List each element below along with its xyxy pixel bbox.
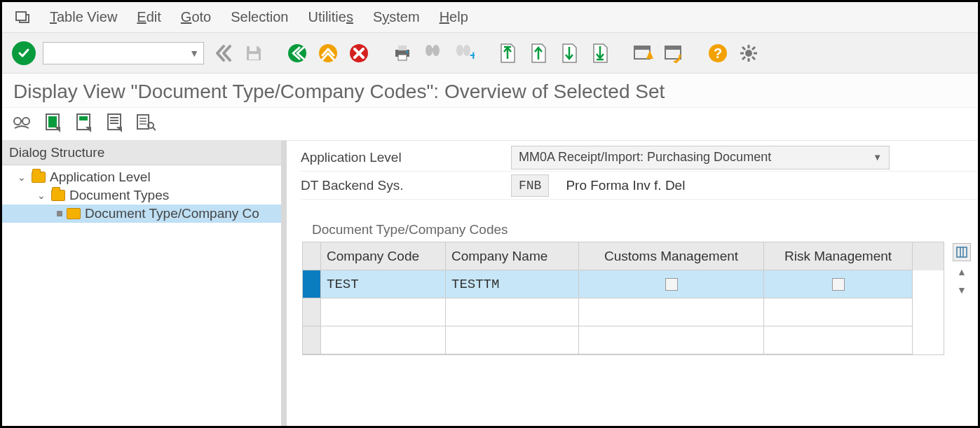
cell-customs-management[interactable] (579, 298, 764, 326)
row-selector[interactable] (303, 326, 321, 354)
menu-bar: Table View Edit Goto Selection Utilities… (2, 2, 978, 33)
svg-rect-2 (249, 54, 259, 60)
col-company-code[interactable]: Company Code (321, 242, 446, 270)
table-row[interactable]: TEST TESTTM (303, 270, 944, 298)
tree-node-doc-type-company-codes[interactable]: Document Type/Company Co (2, 205, 281, 223)
svg-marker-29 (673, 60, 677, 63)
form-row-application-level: Application Level MM0A Receipt/Import: P… (301, 144, 978, 172)
table-view-button[interactable] (135, 112, 156, 133)
cell-company-name[interactable] (446, 326, 579, 354)
row-selector[interactable] (303, 298, 321, 326)
next-page-button[interactable] (557, 41, 581, 65)
svg-point-42 (22, 118, 29, 125)
menu-selection[interactable]: Selection (231, 9, 288, 25)
folder-icon (51, 190, 65, 201)
tree-node-application-level[interactable]: ⌄ Application Level (2, 168, 281, 186)
svg-point-11 (407, 50, 409, 53)
tree-node-document-types[interactable]: ⌄ Document Types (2, 186, 281, 205)
svg-rect-9 (398, 46, 407, 50)
cell-company-code[interactable] (321, 298, 446, 326)
caret-down-icon: ⌄ (37, 190, 47, 201)
standard-toolbar: ▼ (2, 33, 978, 74)
svg-rect-10 (398, 55, 407, 60)
back-button[interactable] (211, 41, 235, 65)
dt-backend-description: Pro Forma Inv f. Del (566, 178, 685, 193)
menu-utilities[interactable]: Utilities (308, 9, 353, 25)
svg-line-40 (742, 57, 745, 60)
svg-rect-45 (48, 116, 57, 127)
svg-text:+: + (470, 48, 475, 62)
cell-risk-management[interactable] (764, 326, 913, 354)
cell-customs-management[interactable] (579, 270, 764, 298)
application-level-label: Application Level (301, 150, 511, 165)
tree-node-label: Document Type/Company Co (85, 206, 259, 221)
leaf-bullet-icon (57, 211, 62, 216)
configure-columns-button[interactable] (953, 243, 971, 261)
find-button[interactable] (421, 41, 445, 65)
tree-node-label: Document Types (69, 188, 169, 203)
application-level-dropdown[interactable]: MM0A Receipt/Import: Purchasing Document… (511, 146, 890, 170)
menu-help[interactable]: Help (440, 9, 468, 25)
scroll-down-button[interactable]: ▼ (954, 282, 969, 298)
svg-point-41 (14, 118, 21, 125)
cell-company-code[interactable]: TEST (321, 270, 446, 298)
content-area: Application Level MM0A Receipt/Import: P… (287, 141, 978, 426)
cell-company-name[interactable] (446, 298, 579, 326)
svg-line-39 (752, 47, 755, 50)
command-field[interactable]: ▼ (43, 42, 204, 64)
dt-backend-value: FNB (511, 174, 549, 197)
display-change-button[interactable] (12, 112, 33, 133)
chevron-down-icon: ▼ (189, 48, 199, 59)
grid-header-row: Company Code Company Name Customs Manage… (303, 242, 944, 270)
up-button[interactable] (316, 41, 340, 65)
first-page-button[interactable] (496, 41, 519, 65)
cell-risk-management[interactable] (764, 298, 913, 326)
dialog-structure-panel: Dialog Structure ⌄ Application Level ⌄ D… (2, 141, 287, 426)
col-company-name[interactable]: Company Name (446, 242, 579, 270)
svg-rect-48 (79, 116, 88, 120)
cell-risk-management[interactable] (764, 270, 913, 298)
save-button[interactable] (242, 41, 266, 65)
grid-side-controls: ▲ ▼ (953, 243, 971, 298)
exit-button[interactable] (285, 41, 309, 65)
table-row[interactable] (303, 298, 944, 326)
menu-edit[interactable]: Edit (137, 9, 161, 25)
caret-down-icon: ⌄ (18, 172, 27, 183)
deselect-all-button[interactable] (104, 112, 125, 133)
col-risk-management[interactable]: Risk Management (764, 242, 913, 270)
cell-company-name[interactable]: TESTTM (446, 270, 579, 298)
print-button[interactable] (390, 41, 414, 65)
company-codes-grid: Company Code Company Name Customs Manage… (302, 242, 944, 355)
new-session-button[interactable] (632, 41, 655, 65)
tree-node-label: Application Level (50, 170, 151, 185)
svg-text:?: ? (714, 46, 722, 61)
customize-layout-button[interactable] (737, 41, 761, 65)
cell-customs-management[interactable] (579, 326, 764, 354)
chevron-down-icon: ▼ (873, 152, 882, 163)
find-next-button[interactable]: + (452, 41, 476, 65)
row-selector[interactable] (303, 270, 321, 298)
prev-page-button[interactable] (526, 41, 550, 65)
help-button[interactable]: ? (706, 41, 730, 65)
grid-title: Document Type/Company Codes (301, 200, 978, 242)
cell-company-code[interactable] (321, 326, 446, 354)
generate-shortcut-button[interactable] (662, 41, 686, 65)
checkbox-icon[interactable] (832, 278, 845, 291)
application-toolbar (2, 108, 978, 141)
last-page-button[interactable] (588, 41, 612, 65)
window-menu-icon[interactable] (15, 10, 30, 25)
menu-system[interactable]: System (373, 9, 420, 25)
grid-corner[interactable] (303, 242, 321, 270)
menu-table-view[interactable]: Table View (50, 9, 117, 25)
select-all-button[interactable] (43, 112, 64, 133)
col-customs-management[interactable]: Customs Management (579, 242, 764, 270)
dialog-structure-tree: ⌄ Application Level ⌄ Document Types Doc… (2, 165, 281, 226)
select-block-button[interactable] (74, 112, 95, 133)
checkbox-icon[interactable] (665, 278, 678, 291)
cancel-button[interactable] (347, 41, 371, 65)
enter-button[interactable] (12, 41, 36, 65)
menu-goto[interactable]: Goto (181, 9, 211, 25)
scroll-up-button[interactable]: ▲ (954, 264, 969, 279)
svg-rect-55 (137, 115, 149, 129)
table-row[interactable] (303, 326, 944, 354)
